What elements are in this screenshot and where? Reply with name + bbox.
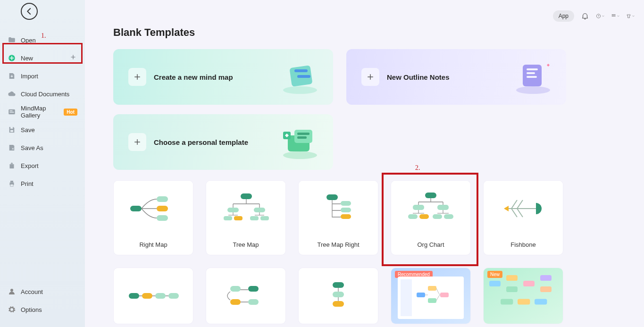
annotation-label-1: 1. xyxy=(41,32,46,40)
svg-rect-49 xyxy=(437,205,449,210)
create-mindmap-card[interactable]: Create a new mind map xyxy=(113,49,333,105)
svg-rect-41 xyxy=(250,216,259,220)
template-preview xyxy=(484,181,563,236)
mindmap-illustration xyxy=(276,58,324,96)
plus-icon xyxy=(70,54,76,62)
template-cycle[interactable] xyxy=(206,268,286,324)
svg-rect-47 xyxy=(425,193,436,198)
chevron-down-icon xyxy=(632,14,635,18)
sidebar-item-cloud[interactable]: Cloud Documents xyxy=(0,85,85,103)
svg-rect-50 xyxy=(408,214,418,219)
svg-rect-76 xyxy=(501,299,513,304)
template-preview xyxy=(299,181,378,236)
sidebar-item-options[interactable]: Options xyxy=(0,301,85,319)
sidebar-item-label: Account xyxy=(21,288,43,295)
sidebar-item-new[interactable]: New xyxy=(0,49,85,67)
svg-rect-60 xyxy=(230,299,241,305)
svg-rect-36 xyxy=(241,193,252,199)
sidebar-item-import[interactable]: Import xyxy=(0,67,85,85)
svg-rect-78 xyxy=(535,299,547,304)
template-fishbone[interactable]: Fishbone xyxy=(483,180,563,255)
annotation-label-2: 2. xyxy=(415,164,420,172)
template-vertical[interactable] xyxy=(298,268,378,324)
template-preview xyxy=(206,268,285,324)
svg-rect-64 xyxy=(333,301,344,307)
svg-rect-61 xyxy=(248,299,259,305)
sidebar-item-export[interactable]: Export xyxy=(0,157,85,175)
svg-rect-54 xyxy=(129,293,139,299)
svg-rect-75 xyxy=(540,286,552,292)
chevron-down-icon xyxy=(602,14,604,18)
template-org-chart[interactable]: Org Chart xyxy=(391,180,471,255)
sidebar-item-label: Print xyxy=(21,180,33,187)
account-icon xyxy=(8,287,16,296)
new-badge: New xyxy=(487,271,502,278)
svg-point-15 xyxy=(613,16,614,17)
svg-point-26 xyxy=(283,151,317,159)
svg-rect-29 xyxy=(297,133,309,135)
sidebar-item-gallery[interactable]: MindMap Gallery Hot xyxy=(0,103,85,121)
svg-rect-67 xyxy=(428,286,436,291)
svg-rect-74 xyxy=(540,275,552,281)
gallery-icon xyxy=(8,108,16,116)
main-content: App ? Blank Templates Create a new mind … xyxy=(85,0,644,327)
svg-rect-7 xyxy=(10,184,13,187)
help-icon[interactable]: ? xyxy=(596,12,604,20)
template-horizontal[interactable] xyxy=(113,268,193,324)
svg-rect-3 xyxy=(10,112,14,113)
export-icon xyxy=(8,161,16,170)
svg-rect-53 xyxy=(444,214,453,219)
bell-icon[interactable] xyxy=(581,12,589,20)
plus-circle-icon xyxy=(8,54,16,62)
back-button[interactable] xyxy=(21,3,38,20)
print-icon xyxy=(8,179,16,188)
template-preview xyxy=(391,181,470,236)
template-label: Tree Map xyxy=(206,236,285,255)
sidebar-item-print[interactable]: Print xyxy=(0,175,85,193)
sidebar-item-label: New xyxy=(21,55,33,62)
outline-illustration xyxy=(510,58,557,96)
svg-rect-32 xyxy=(130,206,142,211)
svg-rect-38 xyxy=(254,208,265,212)
sidebar-item-label: Save xyxy=(21,126,35,134)
personal-template-card[interactable]: Choose a personal template xyxy=(113,114,333,170)
svg-rect-55 xyxy=(142,293,152,299)
svg-rect-24 xyxy=(527,72,535,74)
app-chip[interactable]: App xyxy=(553,10,574,22)
save-as-icon xyxy=(8,143,16,152)
sidebar-item-save-as[interactable]: Save As xyxy=(0,139,85,157)
template-preview xyxy=(299,268,378,324)
template-new[interactable]: New xyxy=(483,268,563,324)
svg-rect-65 xyxy=(401,279,412,316)
template-label: Org Chart xyxy=(391,236,470,255)
svg-rect-34 xyxy=(157,206,168,211)
sidebar-item-label: MindMap Gallery xyxy=(21,105,62,119)
plus-icon xyxy=(128,68,146,86)
card-label: New Outline Notes xyxy=(387,73,450,81)
sidebar-item-account[interactable]: Account xyxy=(0,283,85,301)
template-recommended[interactable]: Recommended xyxy=(391,268,471,324)
svg-rect-37 xyxy=(227,208,239,212)
sidebar-item-save[interactable]: Save xyxy=(0,121,85,139)
apps-grid-icon[interactable] xyxy=(611,12,619,20)
template-tree-map-right[interactable]: Tree Map Right xyxy=(298,180,378,255)
svg-rect-68 xyxy=(428,298,436,303)
svg-rect-59 xyxy=(248,286,259,292)
svg-point-17 xyxy=(283,86,317,94)
svg-rect-44 xyxy=(341,201,351,206)
template-right-map[interactable]: Right Map xyxy=(113,180,193,255)
template-tree-map[interactable]: Tree Map xyxy=(206,180,286,255)
card-label: Create a new mind map xyxy=(154,73,233,81)
svg-rect-40 xyxy=(234,216,243,220)
arrow-left-icon xyxy=(25,7,33,16)
svg-rect-45 xyxy=(341,208,351,212)
new-outline-card[interactable]: New Outline Notes xyxy=(346,49,566,105)
shirt-icon[interactable] xyxy=(626,12,635,20)
svg-rect-63 xyxy=(333,292,344,297)
sidebar-item-label: Import xyxy=(21,73,38,80)
import-icon xyxy=(8,72,16,80)
svg-rect-39 xyxy=(224,216,232,220)
sidebar-list: Open New Import Cloud Documents MindMap … xyxy=(0,31,85,283)
svg-rect-69 xyxy=(440,293,449,297)
svg-rect-42 xyxy=(260,216,269,220)
